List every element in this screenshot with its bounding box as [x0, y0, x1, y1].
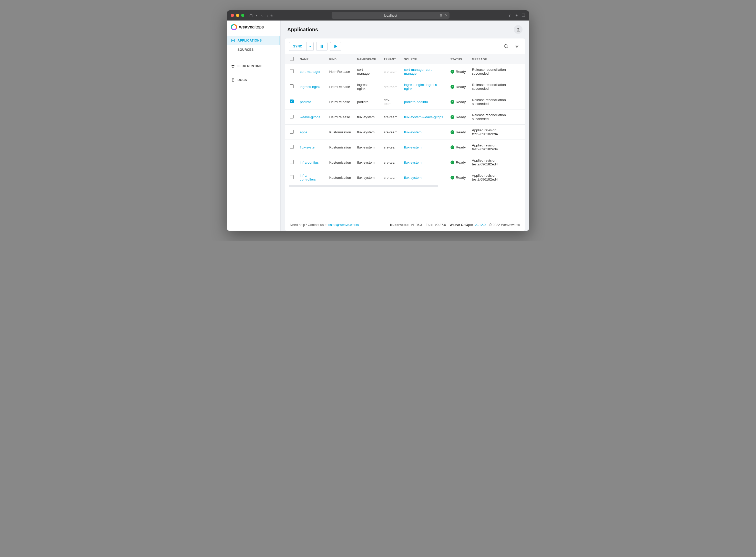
cell-namespace: flux-system: [354, 155, 381, 170]
nav-docs[interactable]: DOCS: [227, 76, 280, 85]
app-name-link[interactable]: flux-system: [300, 145, 317, 149]
forward-button[interactable]: ›: [267, 13, 268, 18]
new-tab-icon[interactable]: +: [515, 13, 518, 18]
row-checkbox[interactable]: [290, 145, 294, 149]
row-checkbox[interactable]: [290, 69, 294, 73]
applications-table: NAME KIND↓ NAMESPACE TENANT SOURCE STATU…: [285, 54, 525, 185]
app-name-link[interactable]: cert-manager: [300, 70, 320, 74]
app-name-link[interactable]: infra-controllers: [300, 174, 316, 181]
app-name-link[interactable]: infra-configs: [300, 160, 319, 165]
play-button[interactable]: [330, 42, 341, 51]
flux-runtime-icon: [231, 64, 235, 68]
col-tenant[interactable]: TENANT: [381, 54, 401, 64]
minimize-window-button[interactable]: [236, 14, 239, 17]
nav-label: DOCS: [238, 78, 247, 82]
reload-icon[interactable]: ↻: [444, 13, 447, 17]
window-controls: [231, 14, 244, 17]
sync-dropdown-button[interactable]: ▾: [307, 42, 314, 51]
col-kind[interactable]: KIND↓: [326, 54, 354, 64]
source-link[interactable]: flux-system: [404, 160, 421, 165]
cell-namespace: flux-system: [354, 110, 381, 125]
wg-version-link[interactable]: v0.12.0: [475, 223, 485, 227]
address-bar[interactable]: localhost ⊞ ↻: [332, 12, 449, 19]
cell-tenant: sre-team: [381, 125, 401, 140]
source-link[interactable]: flux-system: [404, 145, 421, 149]
cell-message: Release reconciliation succeeded: [469, 110, 525, 125]
search-icon[interactable]: [502, 42, 510, 51]
cell-message: Applied revision: test2/696182ed4: [469, 125, 525, 140]
page-title: Applications: [287, 27, 318, 33]
svg-point-9: [504, 45, 507, 48]
app-name-link[interactable]: weave-gitops: [300, 115, 320, 119]
toolbar: SYNC ▾: [285, 38, 525, 54]
flux-version: v0.37.0: [435, 223, 446, 227]
col-status[interactable]: STATUS: [447, 54, 469, 64]
row-checkbox[interactable]: [290, 99, 294, 104]
sidebar-toggle-icon[interactable]: ▢: [249, 13, 253, 18]
pause-button[interactable]: [316, 42, 327, 51]
source-link[interactable]: podinfo-podinfo: [404, 100, 428, 104]
check-icon: ✓: [450, 130, 454, 134]
tabs-icon[interactable]: ❐: [522, 13, 525, 18]
back-button[interactable]: ‹: [261, 13, 263, 18]
share-icon[interactable]: ⇪: [508, 13, 511, 18]
brand-logo[interactable]: weavegitops: [227, 21, 280, 34]
nav-label: FLUX RUNTIME: [238, 64, 262, 68]
status-badge: ✓Ready: [450, 176, 466, 179]
help-text: Need help? Contact us at: [290, 223, 328, 227]
col-namespace[interactable]: NAMESPACE: [354, 54, 381, 64]
cell-kind: Kustomization: [326, 125, 354, 140]
translate-icon[interactable]: ⊞: [440, 13, 442, 17]
row-checkbox[interactable]: [290, 130, 294, 134]
row-checkbox[interactable]: [290, 84, 294, 88]
row-checkbox[interactable]: [290, 115, 294, 118]
cell-kind: HelmRelease: [326, 110, 354, 125]
app-name-link[interactable]: apps: [300, 130, 307, 134]
horizontal-scrollbar[interactable]: [289, 185, 438, 187]
table-row: weave-gitopsHelmReleaseflux-systemsre-te…: [285, 110, 525, 125]
content-card: SYNC ▾: [285, 38, 525, 231]
nav-sources[interactable]: SOURCES: [227, 45, 280, 54]
nav-applications[interactable]: APPLICATIONS: [227, 36, 280, 45]
check-icon: ✓: [450, 115, 454, 119]
cell-namespace: podinfo: [354, 94, 381, 110]
status-badge: ✓Ready: [450, 100, 466, 104]
source-link[interactable]: cert-manager-cert-manager: [404, 68, 433, 76]
source-link[interactable]: ingress-nginx-ingress-nginx: [404, 83, 438, 90]
page-header: Applications: [281, 21, 529, 38]
table-row: ingress-nginxHelmReleaseingress-nginxsre…: [285, 79, 525, 94]
check-icon: ✓: [450, 145, 454, 149]
select-all-checkbox[interactable]: [290, 57, 294, 61]
svg-rect-8: [322, 45, 323, 48]
source-link[interactable]: flux-system: [404, 130, 421, 134]
cell-message: Release reconciliation succeeded: [469, 94, 525, 110]
app-name-link[interactable]: ingress-nginx: [300, 85, 320, 89]
nav-label: SOURCES: [238, 48, 254, 52]
close-window-button[interactable]: [231, 14, 234, 17]
cell-tenant: sre-team: [381, 64, 401, 79]
cell-kind: Kustomization: [326, 155, 354, 170]
cell-message: Release reconciliation succeeded: [469, 64, 525, 79]
col-name[interactable]: NAME: [297, 54, 326, 64]
app-name-link[interactable]: podinfo: [300, 100, 311, 104]
cell-namespace: flux-system: [354, 125, 381, 140]
sync-button[interactable]: SYNC: [289, 42, 307, 51]
row-checkbox[interactable]: [290, 175, 294, 179]
filter-icon[interactable]: [513, 42, 521, 51]
row-checkbox[interactable]: [290, 160, 294, 164]
nav-flux-runtime[interactable]: FLUX RUNTIME: [227, 62, 280, 71]
col-source[interactable]: SOURCE: [401, 54, 447, 64]
col-message[interactable]: MESSAGE: [469, 54, 525, 64]
cell-kind: HelmRelease: [326, 64, 354, 79]
help-email-link[interactable]: sales@weave.works: [328, 223, 359, 227]
user-avatar[interactable]: [514, 25, 523, 34]
shield-icon[interactable]: ◈: [271, 13, 273, 18]
sources-icon: [231, 48, 235, 52]
source-link[interactable]: flux-system: [404, 176, 421, 179]
source-link[interactable]: flux-system-weave-gitops: [404, 115, 443, 119]
chevron-down-icon[interactable]: ▾: [256, 14, 257, 17]
status-badge: ✓Ready: [450, 70, 466, 74]
maximize-window-button[interactable]: [241, 14, 244, 17]
table-row: flux-systemKustomizationflux-systemsre-t…: [285, 140, 525, 155]
cell-namespace: flux-system: [354, 140, 381, 155]
